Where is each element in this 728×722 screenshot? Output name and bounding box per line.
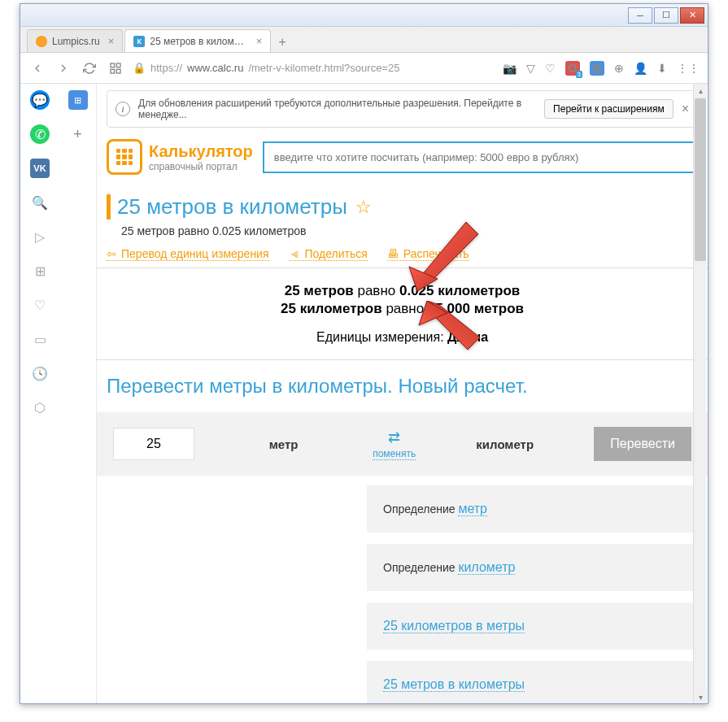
to-unit-label: километр (432, 437, 578, 451)
extension-icon[interactable]: ⊞ (590, 61, 604, 76)
definition-cards: Определение метр Определение километр 25… (97, 476, 708, 703)
page-main: i Для обновления расширений требуются до… (97, 84, 708, 703)
site-extension-icon[interactable]: ⊞ (68, 90, 88, 110)
favorite-star-icon[interactable]: ☆ (355, 197, 372, 218)
svg-rect-3 (116, 69, 120, 73)
logo-title: Калькулятор (149, 142, 253, 161)
scroll-thumb[interactable] (695, 98, 706, 261)
page-subtitle: 25 метров равно 0.025 километров (121, 224, 683, 237)
history-icon[interactable]: 🕓 (30, 363, 50, 383)
tab-close-icon[interactable]: × (256, 35, 263, 47)
whatsapp-icon[interactable]: ✆ (30, 124, 50, 144)
page-title: 25 метров в километры (117, 194, 347, 220)
units-link-label: Перевод единиц измерения (121, 247, 269, 260)
print-link[interactable]: 🖶 Распечатать (387, 247, 469, 261)
card-link[interactable]: 25 метров в километры (383, 677, 525, 692)
download-icon[interactable]: ⬇ (657, 62, 667, 75)
address-bar: 🔒 https://www.calc.ru/metr-v-kilometr.ht… (20, 53, 708, 84)
user-icon[interactable]: 👤 (634, 62, 647, 75)
heart-icon[interactable]: ♡ (545, 62, 556, 75)
tab-title: Lumpics.ru (52, 36, 100, 47)
card-link[interactable]: 25 километров в метры (383, 619, 525, 633)
svg-rect-1 (116, 63, 120, 67)
forward-button[interactable] (54, 59, 72, 77)
definition-card: 25 метров в километры (367, 661, 698, 703)
svg-rect-0 (111, 63, 115, 67)
browser-tab-active[interactable]: К 25 метров в километры × (124, 29, 271, 52)
logo-subtitle: справочный портал (149, 161, 253, 172)
browser-tab[interactable]: Lumpics.ru × (27, 29, 123, 52)
svg-rect-2 (111, 69, 115, 73)
lock-icon: 🔒 (133, 62, 146, 74)
card-prefix: Определение (383, 502, 458, 515)
camera-icon[interactable]: 📷 (503, 62, 517, 75)
tab-bar: Lumpics.ru × К 25 метров в километры × + (20, 27, 708, 53)
convert-button[interactable]: Перевести (594, 427, 691, 461)
url-field[interactable]: 🔒 https://www.calc.ru/metr-v-kilometr.ht… (133, 62, 495, 74)
speed-dial-button[interactable] (107, 59, 124, 77)
site-logo[interactable]: Калькулятор справочный портал (107, 139, 253, 175)
new-tab-button[interactable]: + (272, 33, 292, 52)
messenger-icon[interactable]: 💬 (30, 90, 50, 110)
tab-favicon-icon: К (133, 36, 145, 47)
bookmark-icon[interactable]: ▽ (526, 62, 535, 75)
badge-count: 3 (576, 71, 582, 78)
print-link-label: Распечатать (403, 247, 469, 260)
globe-icon[interactable]: ⊕ (614, 62, 624, 75)
search-sidebar-icon[interactable]: 🔍 (30, 193, 50, 212)
cube-icon[interactable]: ⬡ (30, 398, 50, 417)
result-unit: Единицы измерения: Длина (111, 330, 693, 345)
site-header: Калькулятор справочный портал (97, 134, 708, 180)
toolbar-icons: 📷 ▽ ♡ O3 ⊞ ⊕ 👤 ⬇ ⋮⋮ (503, 61, 700, 76)
section-title: Перевести метры в километры. Новый расче… (107, 375, 698, 398)
close-button[interactable]: ✕ (680, 7, 704, 24)
maximize-button[interactable]: ☐ (654, 7, 678, 24)
printer-icon: 🖶 (387, 247, 399, 260)
url-protocol: https:// (150, 62, 182, 74)
tab-close-icon[interactable]: × (108, 35, 115, 47)
site-left-sidebar: ⊞ + (59, 84, 97, 703)
url-host: www.calc.ru (187, 62, 243, 74)
back-button[interactable] (28, 59, 46, 77)
result-line-2: 25 километров равно 25 000 метров (111, 301, 693, 317)
news-icon[interactable]: ▭ (30, 329, 50, 349)
scrollbar[interactable]: ▴ ▾ (693, 84, 706, 703)
tab-favicon-icon (36, 36, 47, 47)
value-input[interactable] (113, 428, 194, 460)
card-link[interactable]: километр (458, 560, 515, 575)
action-links: ⇦ Перевод единиц измерения ⪡ Поделиться … (107, 247, 698, 261)
share-icon: ⪡ (289, 247, 300, 260)
swap-icon: ⇄ (388, 428, 400, 446)
vk-icon[interactable]: VK (30, 159, 50, 178)
scroll-down-icon[interactable]: ▾ (694, 690, 707, 703)
search-input[interactable] (263, 141, 698, 173)
share-link[interactable]: ⪡ Поделиться (289, 247, 368, 261)
card-prefix: Определение (383, 561, 458, 574)
send-icon[interactable]: ▷ (30, 227, 50, 246)
swap-button[interactable]: ⇄ поменять (373, 428, 416, 460)
notification-action-button[interactable]: Перейти к расширениям (544, 99, 674, 119)
reload-button[interactable] (81, 59, 98, 77)
result-box: 25 метров равно 0.025 километров 25 кило… (97, 267, 708, 360)
page-content: ⊞ + i Для обновления расширений требуютс… (59, 84, 708, 703)
definition-card: Определение километр (367, 544, 698, 591)
heart-sidebar-icon[interactable]: ♡ (30, 295, 50, 315)
scroll-up-icon[interactable]: ▴ (694, 84, 707, 97)
extension-opera-icon[interactable]: O3 (565, 61, 580, 76)
definition-card: 25 километров в метры (367, 602, 698, 650)
card-link[interactable]: метр (458, 502, 487, 516)
add-icon[interactable]: + (73, 126, 82, 143)
from-unit-label: метр (211, 437, 356, 451)
grid-icon[interactable]: ⊞ (30, 261, 50, 281)
notification-text: Для обновления расширений требуются допо… (138, 98, 536, 120)
arrow-left-icon: ⇦ (107, 247, 116, 260)
menu-icon[interactable]: ⋮⋮ (677, 62, 700, 75)
browser-window: ─ ☐ ✕ Lumpics.ru × К 25 метров в километ… (20, 3, 708, 704)
units-link[interactable]: ⇦ Перевод единиц измерения (107, 247, 269, 261)
page-title-row: 25 метров в километры ☆ (107, 194, 698, 220)
notification-close-icon[interactable]: × (682, 102, 689, 116)
url-path: /metr-v-kilometr.html?source=25 (248, 62, 399, 74)
minimize-button[interactable]: ─ (628, 7, 652, 24)
definition-card: Определение метр (367, 485, 698, 533)
info-icon: i (116, 102, 130, 116)
